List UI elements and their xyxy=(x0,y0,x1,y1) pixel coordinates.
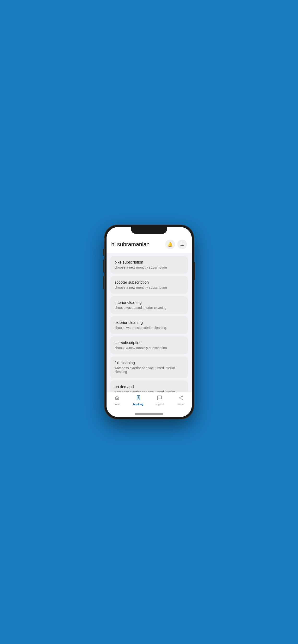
car-subscription-subtitle: choose a new monthly subscription xyxy=(115,346,184,350)
full-cleaning-card[interactable]: full cleaning waterless exterior and vac… xyxy=(110,356,188,378)
phone-screen: hi subramanian 🔔 ☰ bike subscription cho… xyxy=(106,227,192,417)
nav-item-booking[interactable]: booking xyxy=(128,394,149,406)
interior-cleaning-card[interactable]: interior cleaning choose vacuumed interi… xyxy=(110,296,188,314)
on-demand-card[interactable]: on demand waterless exterior and vacuume… xyxy=(110,380,188,392)
nav-item-home[interactable]: home xyxy=(106,394,128,406)
exterior-cleaning-card[interactable]: exterior cleaning choose waterless exter… xyxy=(110,316,188,334)
svg-line-5 xyxy=(180,398,182,399)
on-demand-subtitle: waterless exterior and vacuumed interior… xyxy=(115,390,184,392)
header-icons: 🔔 ☰ xyxy=(165,240,187,249)
car-subscription-card[interactable]: car subscription choose a new monthly su… xyxy=(110,336,188,354)
bike-subscription-card[interactable]: bike subscription choose a new monthly s… xyxy=(110,256,188,274)
share-icon xyxy=(178,395,184,402)
exterior-cleaning-subtitle: choose waterless exterior cleaning. xyxy=(115,326,184,330)
scooter-subscription-card[interactable]: scooter subscription choose a new monthl… xyxy=(110,276,188,294)
home-icon xyxy=(114,395,120,402)
bottom-navigation: home booking support xyxy=(106,392,192,411)
menu-button[interactable]: ☰ xyxy=(177,240,187,249)
greeting-text: hi subramanian xyxy=(111,241,150,248)
bike-subscription-subtitle: choose a new monthly subscription xyxy=(115,266,184,269)
notification-button[interactable]: 🔔 xyxy=(165,240,175,249)
share-label: share` xyxy=(177,403,185,406)
home-label: home xyxy=(114,403,120,406)
interior-cleaning-title: interior cleaning xyxy=(115,300,184,305)
svg-point-3 xyxy=(182,399,183,400)
home-bar xyxy=(135,414,163,414)
scooter-subscription-subtitle: choose a new monthly subscription xyxy=(115,286,184,290)
svg-point-1 xyxy=(182,396,183,397)
notch xyxy=(131,227,167,234)
menu-icon: ☰ xyxy=(180,242,184,247)
full-cleaning-title: full cleaning xyxy=(115,361,184,365)
nav-item-support[interactable]: support xyxy=(149,394,170,406)
svg-point-2 xyxy=(179,397,180,398)
home-indicator xyxy=(106,411,192,417)
svg-line-4 xyxy=(180,396,182,398)
booking-icon xyxy=(136,395,141,402)
support-icon xyxy=(157,395,162,402)
scooter-subscription-title: scooter subscription xyxy=(115,280,184,284)
interior-cleaning-subtitle: choose vacuumed interior cleaning. xyxy=(115,306,184,310)
bike-subscription-title: bike subscription xyxy=(115,260,184,264)
booking-label: booking xyxy=(133,403,143,406)
support-label: support xyxy=(155,403,164,406)
nav-item-share[interactable]: share` xyxy=(170,394,192,406)
header: hi subramanian 🔔 ☰ xyxy=(106,238,192,253)
phone-frame: hi subramanian 🔔 ☰ bike subscription cho… xyxy=(104,225,194,419)
exterior-cleaning-title: exterior cleaning xyxy=(115,320,184,325)
full-cleaning-subtitle: waterless exterior and vacuumed interior… xyxy=(115,366,184,374)
bell-icon: 🔔 xyxy=(168,242,173,247)
service-list: bike subscription choose a new monthly s… xyxy=(106,253,192,392)
on-demand-title: on demand xyxy=(115,385,184,389)
svg-rect-0 xyxy=(137,396,140,400)
car-subscription-title: car subscription xyxy=(115,341,184,345)
